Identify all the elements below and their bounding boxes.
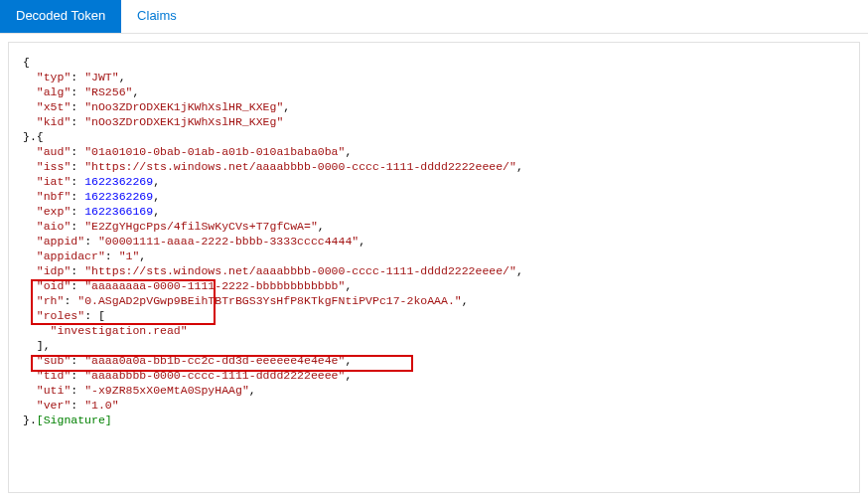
jwt-ver: 1.0 xyxy=(91,399,112,412)
jwt-tid: aaaabbbb-0000-cccc-1111-dddd2222eeee xyxy=(91,369,338,382)
jwt-appidacr: 1 xyxy=(126,250,133,262)
jwt-exp: 1622366169 xyxy=(84,205,153,218)
jwt-iss: https://sts.windows.net/aaaabbbb-0000-cc… xyxy=(91,160,509,173)
jwt-appid: 00001111-aaaa-2222-bbbb-3333cccc4444 xyxy=(105,235,352,248)
jwt-alg: RS256 xyxy=(91,85,126,98)
jwt-aio: E2ZgYHgcPps/4filSwKyCVs+T7gfCwA= xyxy=(91,220,311,233)
jwt-oid: aaaaaaaa-0000-1111-2222-bbbbbbbbbbbb xyxy=(91,279,338,292)
decoded-token-panel: { "typ": "JWT", "alg": "RS256", "x5t": "… xyxy=(8,42,860,493)
jwt-x5t: nOo3ZDrODXEK1jKWhXslHR_KXEg xyxy=(91,100,276,113)
jwt-aud: 01a01010-0bab-01ab-a01b-010a1baba0ba xyxy=(91,145,338,158)
jwt-sub: aaaa0a0a-bb1b-cc2c-dd3d-eeeeee4e4e4e xyxy=(91,354,338,367)
jwt-roles-0: investigation.read xyxy=(58,324,181,337)
jwt-nbf: 1622362269 xyxy=(84,190,153,203)
jwt-signature-label: [Signature] xyxy=(37,414,112,426)
jwt-uti: -x9ZR85xX0eMtA0SpyHAAg xyxy=(91,384,242,397)
tabs-bar: Decoded Token Claims xyxy=(0,0,868,34)
jwt-kid: nOo3ZDrODXEK1jKWhXslHR_KXEg xyxy=(91,115,276,128)
jwt-iat: 1622362269 xyxy=(84,175,153,188)
tab-claims[interactable]: Claims xyxy=(121,0,193,33)
tab-decoded-token[interactable]: Decoded Token xyxy=(0,0,121,33)
jwt-rh: 0.ASgAD2pVGwp9BEihTBTrBGS3YsHfP8KTkgFNti… xyxy=(84,294,455,307)
decoded-token-json: { "typ": "JWT", "alg": "RS256", "x5t": "… xyxy=(23,55,845,427)
jwt-typ: JWT xyxy=(91,71,112,83)
jwt-idp: https://sts.windows.net/aaaabbbb-0000-cc… xyxy=(91,264,509,277)
